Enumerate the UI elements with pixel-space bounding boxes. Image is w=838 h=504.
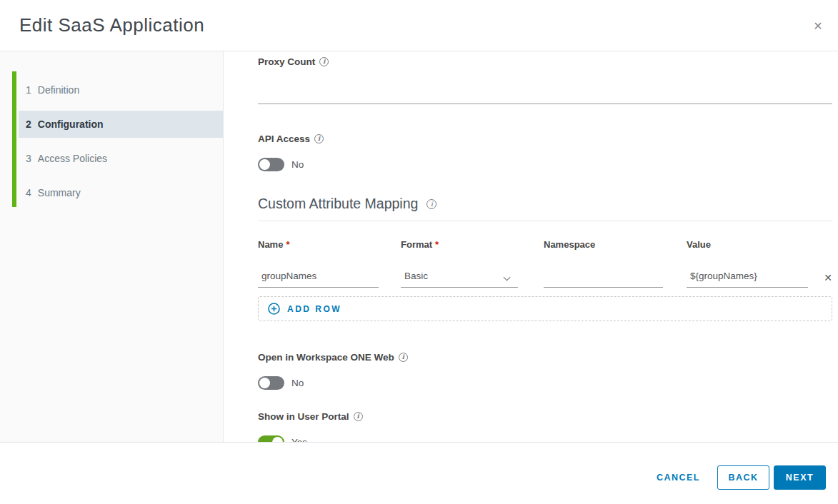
open-in-workspace-one-web-toggle-row: No <box>258 376 832 390</box>
step-label: Configuration <box>38 119 104 130</box>
column-label: Format <box>401 239 432 250</box>
show-in-user-portal-label: Show in User Portal i <box>258 411 832 422</box>
step-label: Summary <box>38 187 81 198</box>
open-in-workspace-one-web-label: Open in Workspace ONE Web i <box>258 352 832 363</box>
wizard-progress-bar <box>12 71 16 207</box>
namespace-input[interactable] <box>544 269 663 288</box>
dialog-body: 1 Definition 2 Configuration 3 Access Po… <box>0 51 838 443</box>
custom-attribute-mapping-heading: Custom Attribute Mapping i <box>258 196 832 212</box>
next-button[interactable]: NEXT <box>774 465 826 490</box>
close-icon[interactable]: ✕ <box>808 18 828 35</box>
open-in-workspace-one-web-state: No <box>291 378 304 388</box>
dialog-footer: CANCEL BACK NEXT <box>0 443 838 504</box>
attribute-name-input[interactable] <box>258 269 379 288</box>
open-in-workspace-one-web-toggle[interactable] <box>258 376 284 390</box>
show-in-user-portal-toggle-row: Yes <box>258 435 832 443</box>
wizard-steps-sidebar: 1 Definition 2 Configuration 3 Access Po… <box>0 51 224 442</box>
api-access-state: No <box>291 159 304 170</box>
open-in-workspace-one-web-label-text: Open in Workspace ONE Web <box>258 352 394 363</box>
api-access-label: API Access i <box>258 133 832 144</box>
column-header-namespace: Namespace <box>544 239 687 250</box>
info-icon[interactable]: i <box>314 134 324 143</box>
info-icon[interactable]: i <box>399 353 408 362</box>
add-row-button[interactable]: ADD ROW <box>258 296 832 321</box>
proxy-count-label-text: Proxy Count <box>258 56 315 67</box>
format-select[interactable] <box>401 269 518 288</box>
value-cell <box>687 269 808 288</box>
name-cell <box>258 269 401 288</box>
column-label: Namespace <box>544 239 595 250</box>
configuration-form: Proxy Count i API Access i No Custom Att… <box>224 51 838 442</box>
section-divider <box>258 221 832 221</box>
proxy-count-label: Proxy Count i <box>258 56 832 67</box>
page-title: Edit SaaS Application <box>19 14 838 36</box>
namespace-cell <box>544 269 687 288</box>
show-in-user-portal-toggle[interactable] <box>258 435 284 443</box>
proxy-count-input[interactable] <box>258 84 832 104</box>
sidebar-item-definition[interactable]: 1 Definition <box>19 76 223 104</box>
dialog-header: Edit SaaS Application ✕ <box>0 0 838 51</box>
step-number: 1 <box>26 84 31 96</box>
step-number: 3 <box>26 153 31 164</box>
step-number: 2 <box>26 119 31 130</box>
attribute-value-input[interactable] <box>687 269 808 288</box>
mapping-table-row: ✕ <box>258 269 832 288</box>
format-select-value[interactable] <box>401 269 518 288</box>
required-marker: * <box>286 239 289 250</box>
sidebar-item-summary[interactable]: 4 Summary <box>19 179 223 206</box>
remove-row-icon[interactable]: ✕ <box>824 272 832 288</box>
show-in-user-portal-state: Yes <box>291 437 307 443</box>
plus-circle-icon <box>268 303 280 315</box>
api-access-toggle[interactable] <box>258 158 284 171</box>
edit-saas-application-dialog: Edit SaaS Application ✕ 1 Definition 2 C… <box>0 0 838 504</box>
column-header-value: Value <box>687 239 808 250</box>
column-header-format: Format* <box>401 239 544 250</box>
mapping-table-header: Name* Format* Namespace Value <box>258 239 832 250</box>
step-label: Definition <box>38 84 79 96</box>
info-icon[interactable]: i <box>427 199 437 209</box>
step-label: Access Policies <box>38 153 107 164</box>
info-icon[interactable]: i <box>319 57 329 66</box>
required-marker: * <box>435 239 439 250</box>
step-list: 1 Definition 2 Configuration 3 Access Po… <box>19 76 223 213</box>
column-label: Name <box>258 239 283 250</box>
add-row-label: ADD ROW <box>287 304 341 314</box>
sidebar-item-configuration[interactable]: 2 Configuration <box>19 111 223 138</box>
back-button[interactable]: BACK <box>717 465 769 490</box>
cancel-button[interactable]: CANCEL <box>654 465 703 490</box>
info-icon[interactable]: i <box>354 412 363 421</box>
column-label: Value <box>687 239 711 250</box>
heading-text: Custom Attribute Mapping <box>258 196 418 212</box>
sidebar-item-access-policies[interactable]: 3 Access Policies <box>19 145 223 172</box>
show-in-user-portal-label-text: Show in User Portal <box>258 411 349 422</box>
api-access-label-text: API Access <box>258 133 310 144</box>
api-access-toggle-row: No <box>258 158 832 171</box>
step-number: 4 <box>26 187 31 198</box>
format-cell <box>401 269 544 288</box>
column-header-name: Name* <box>258 239 401 250</box>
